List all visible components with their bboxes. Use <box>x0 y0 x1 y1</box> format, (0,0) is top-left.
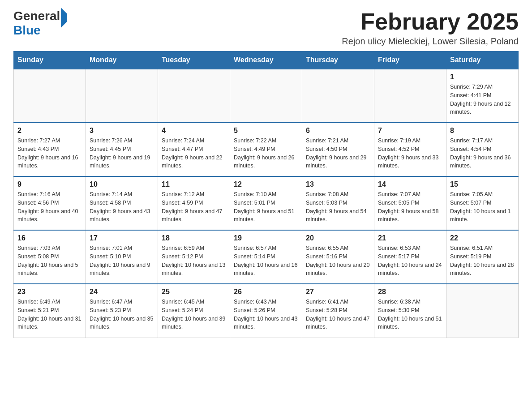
calendar-cell: 25Sunrise: 6:45 AMSunset: 5:24 PMDayligh… <box>158 284 230 338</box>
calendar-cell: 1Sunrise: 7:29 AMSunset: 4:41 PMDaylight… <box>446 69 519 123</box>
day-info: Sunrise: 7:08 AMSunset: 5:03 PMDaylight:… <box>306 190 370 224</box>
day-number: 25 <box>162 288 226 296</box>
logo-blue: Blue <box>13 23 41 37</box>
weekday-header-sunday: Sunday <box>14 51 86 69</box>
day-number: 19 <box>234 234 298 242</box>
calendar-cell <box>374 69 446 123</box>
day-info: Sunrise: 7:17 AMSunset: 4:54 PMDaylight:… <box>450 137 515 170</box>
weekday-header-saturday: Saturday <box>446 51 519 69</box>
day-info: Sunrise: 7:03 AMSunset: 5:08 PMDaylight:… <box>17 244 82 278</box>
calendar-cell: 28Sunrise: 6:38 AMSunset: 5:30 PMDayligh… <box>374 284 446 338</box>
calendar-cell: 3Sunrise: 7:26 AMSunset: 4:45 PMDaylight… <box>86 123 158 176</box>
day-info: Sunrise: 6:38 AMSunset: 5:30 PMDaylight:… <box>378 298 442 331</box>
logo-general: General <box>13 9 60 23</box>
day-info: Sunrise: 6:59 AMSunset: 5:12 PMDaylight:… <box>162 244 226 278</box>
day-info: Sunrise: 7:16 AMSunset: 4:56 PMDaylight:… <box>17 190 82 224</box>
day-info: Sunrise: 6:41 AMSunset: 5:28 PMDaylight:… <box>306 298 370 331</box>
calendar-cell: 15Sunrise: 7:05 AMSunset: 5:07 PMDayligh… <box>446 176 519 230</box>
day-number: 7 <box>378 127 442 135</box>
day-info: Sunrise: 7:26 AMSunset: 4:45 PMDaylight:… <box>90 137 154 170</box>
day-number: 5 <box>234 127 298 135</box>
calendar-week-3: 9Sunrise: 7:16 AMSunset: 4:56 PMDaylight… <box>14 176 519 230</box>
logo-text: General Blue <box>13 9 67 38</box>
day-info: Sunrise: 7:19 AMSunset: 4:52 PMDaylight:… <box>378 137 442 170</box>
day-number: 28 <box>378 288 442 296</box>
calendar-cell: 24Sunrise: 6:47 AMSunset: 5:23 PMDayligh… <box>86 284 158 338</box>
calendar-cell: 4Sunrise: 7:24 AMSunset: 4:47 PMDaylight… <box>158 123 230 176</box>
day-number: 17 <box>90 234 154 242</box>
month-title: February 2025 <box>342 9 519 34</box>
calendar-cell: 19Sunrise: 6:57 AMSunset: 5:14 PMDayligh… <box>230 230 302 284</box>
calendar-cell <box>230 69 302 123</box>
weekday-header-thursday: Thursday <box>302 51 374 69</box>
calendar-header: SundayMondayTuesdayWednesdayThursdayFrid… <box>14 51 519 69</box>
calendar-cell: 12Sunrise: 7:10 AMSunset: 5:01 PMDayligh… <box>230 176 302 230</box>
header: General Blue February 2025 Rejon ulicy M… <box>13 9 519 47</box>
day-number: 8 <box>450 127 515 135</box>
calendar-cell: 18Sunrise: 6:59 AMSunset: 5:12 PMDayligh… <box>158 230 230 284</box>
weekday-header-tuesday: Tuesday <box>158 51 230 69</box>
calendar-cell <box>446 284 519 338</box>
day-info: Sunrise: 6:47 AMSunset: 5:23 PMDaylight:… <box>90 298 154 331</box>
calendar-cell: 26Sunrise: 6:43 AMSunset: 5:26 PMDayligh… <box>230 284 302 338</box>
day-info: Sunrise: 7:22 AMSunset: 4:49 PMDaylight:… <box>234 137 298 170</box>
day-number: 18 <box>162 234 226 242</box>
day-info: Sunrise: 7:14 AMSunset: 4:58 PMDaylight:… <box>90 190 154 224</box>
day-number: 16 <box>17 234 82 242</box>
calendar-table: SundayMondayTuesdayWednesdayThursdayFrid… <box>13 51 519 338</box>
day-info: Sunrise: 6:51 AMSunset: 5:19 PMDaylight:… <box>450 244 515 278</box>
calendar-cell: 23Sunrise: 6:49 AMSunset: 5:21 PMDayligh… <box>14 284 86 338</box>
day-number: 13 <box>306 180 370 188</box>
day-info: Sunrise: 6:55 AMSunset: 5:16 PMDaylight:… <box>306 244 370 278</box>
day-info: Sunrise: 7:21 AMSunset: 4:50 PMDaylight:… <box>306 137 370 170</box>
day-info: Sunrise: 7:01 AMSunset: 5:10 PMDaylight:… <box>90 244 154 278</box>
day-number: 14 <box>378 180 442 188</box>
calendar-week-1: 1Sunrise: 7:29 AMSunset: 4:41 PMDaylight… <box>14 69 519 123</box>
calendar-cell: 11Sunrise: 7:12 AMSunset: 4:59 PMDayligh… <box>158 176 230 230</box>
calendar-cell <box>158 69 230 123</box>
day-number: 2 <box>17 127 82 135</box>
calendar-cell: 14Sunrise: 7:07 AMSunset: 5:05 PMDayligh… <box>374 176 446 230</box>
day-info: Sunrise: 7:07 AMSunset: 5:05 PMDaylight:… <box>378 190 442 224</box>
day-info: Sunrise: 7:10 AMSunset: 5:01 PMDaylight:… <box>234 190 298 224</box>
day-number: 9 <box>17 180 82 188</box>
calendar-cell <box>14 69 86 123</box>
weekday-header-wednesday: Wednesday <box>230 51 302 69</box>
calendar-cell <box>86 69 158 123</box>
calendar-week-2: 2Sunrise: 7:27 AMSunset: 4:43 PMDaylight… <box>14 123 519 176</box>
calendar-cell <box>302 69 374 123</box>
day-number: 4 <box>162 127 226 135</box>
day-number: 20 <box>306 234 370 242</box>
calendar-cell: 27Sunrise: 6:41 AMSunset: 5:28 PMDayligh… <box>302 284 374 338</box>
day-info: Sunrise: 6:45 AMSunset: 5:24 PMDaylight:… <box>162 298 226 331</box>
calendar-week-4: 16Sunrise: 7:03 AMSunset: 5:08 PMDayligh… <box>14 230 519 284</box>
day-info: Sunrise: 7:24 AMSunset: 4:47 PMDaylight:… <box>162 137 226 170</box>
day-number: 24 <box>90 288 154 296</box>
day-number: 27 <box>306 288 370 296</box>
day-number: 6 <box>306 127 370 135</box>
day-info: Sunrise: 7:05 AMSunset: 5:07 PMDaylight:… <box>450 190 515 224</box>
calendar-cell: 7Sunrise: 7:19 AMSunset: 4:52 PMDaylight… <box>374 123 446 176</box>
logo: General Blue <box>13 9 67 38</box>
day-info: Sunrise: 6:43 AMSunset: 5:26 PMDaylight:… <box>234 298 298 331</box>
calendar-cell: 8Sunrise: 7:17 AMSunset: 4:54 PMDaylight… <box>446 123 519 176</box>
location-subtitle: Rejon ulicy Mieleckiej, Lower Silesia, P… <box>342 36 519 47</box>
calendar-body: 1Sunrise: 7:29 AMSunset: 4:41 PMDaylight… <box>14 69 519 338</box>
day-number: 3 <box>90 127 154 135</box>
day-info: Sunrise: 6:49 AMSunset: 5:21 PMDaylight:… <box>17 298 82 331</box>
day-number: 12 <box>234 180 298 188</box>
day-info: Sunrise: 6:57 AMSunset: 5:14 PMDaylight:… <box>234 244 298 278</box>
calendar-cell: 2Sunrise: 7:27 AMSunset: 4:43 PMDaylight… <box>14 123 86 176</box>
day-number: 26 <box>234 288 298 296</box>
calendar-cell: 20Sunrise: 6:55 AMSunset: 5:16 PMDayligh… <box>302 230 374 284</box>
day-info: Sunrise: 6:53 AMSunset: 5:17 PMDaylight:… <box>378 244 442 278</box>
calendar-week-5: 23Sunrise: 6:49 AMSunset: 5:21 PMDayligh… <box>14 284 519 338</box>
weekday-header-monday: Monday <box>86 51 158 69</box>
day-info: Sunrise: 7:27 AMSunset: 4:43 PMDaylight:… <box>17 137 82 170</box>
calendar-cell: 22Sunrise: 6:51 AMSunset: 5:19 PMDayligh… <box>446 230 519 284</box>
weekday-header-friday: Friday <box>374 51 446 69</box>
calendar-cell: 5Sunrise: 7:22 AMSunset: 4:49 PMDaylight… <box>230 123 302 176</box>
calendar-cell: 13Sunrise: 7:08 AMSunset: 5:03 PMDayligh… <box>302 176 374 230</box>
title-area: February 2025 Rejon ulicy Mieleckiej, Lo… <box>342 9 519 47</box>
day-number: 21 <box>378 234 442 242</box>
